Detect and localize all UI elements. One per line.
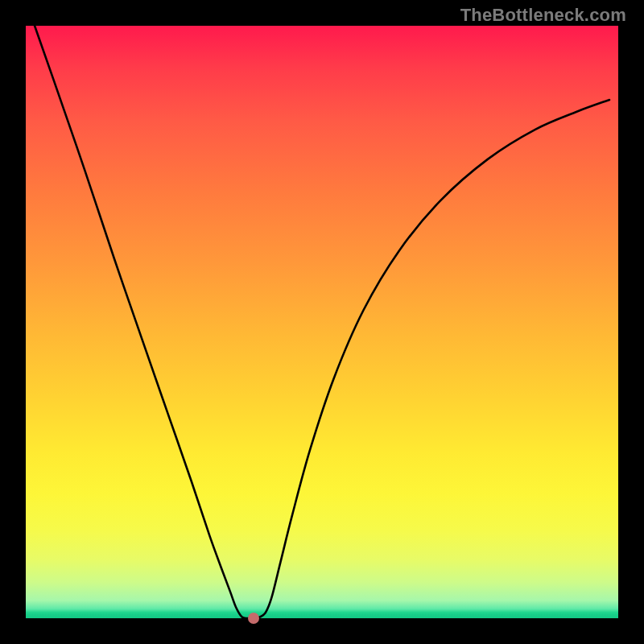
minimum-marker [248, 613, 259, 624]
watermark-text: TheBottleneck.com [460, 5, 626, 26]
chart-frame: TheBottleneck.com [0, 0, 644, 644]
bottleneck-curve [26, 26, 618, 618]
plot-area [26, 26, 618, 618]
